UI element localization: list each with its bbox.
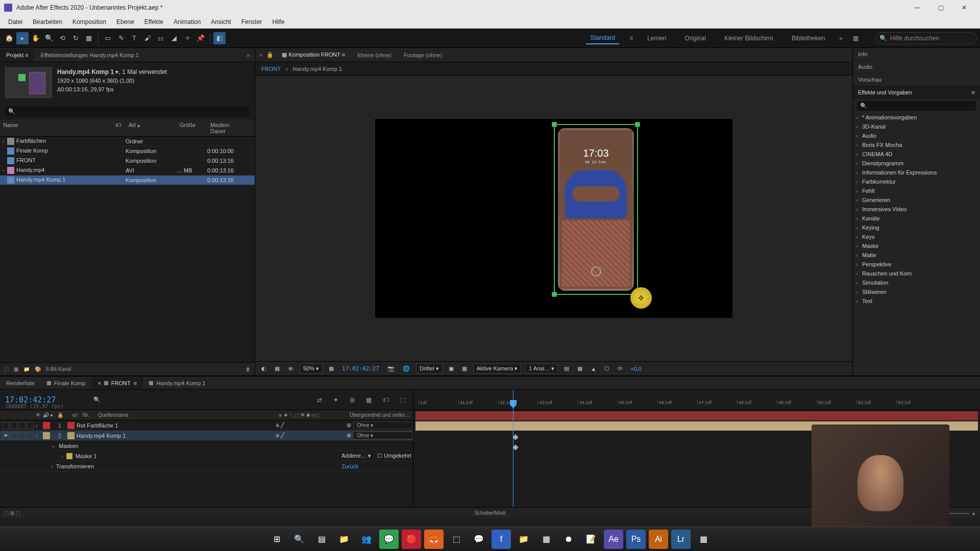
comp-tab-composition[interactable]: ▦ Komposition FRONT ≡ [278,49,349,60]
menu-bearbeiten[interactable]: Bearbeiten [28,16,67,28]
vf-icon-3[interactable]: ▲ [589,365,598,373]
workspace-kleiner[interactable]: Kleiner Bildschirm [720,33,777,44]
effects-category[interactable]: Audio [853,131,980,140]
menu-hilfe[interactable]: Hilfe [267,16,289,28]
vf-refresh-icon[interactable]: ⟳ [616,364,624,373]
mask-toggle-icon[interactable]: 👁 [286,365,296,373]
effects-category[interactable]: Keys [853,232,980,241]
workspace-bibliotheken[interactable]: Bibliotheken [788,33,829,44]
composition-viewport[interactable]: 17:03 Mi. 16. Feb. ✥ [255,76,852,361]
viewer-timecode[interactable]: 17:02:42:27 [340,364,381,373]
zoom-in-icon[interactable]: ▴ [972,510,975,516]
resolution-dropdown[interactable]: Drittel ▾ [416,364,443,373]
transparency-grid-icon[interactable]: ▦ [460,364,469,373]
comp-tab-footage[interactable]: Footage (ohne) [400,50,446,60]
effects-category[interactable]: CINEMA 4D [853,149,980,159]
zoom-dropdown[interactable]: 50% ▾ [300,364,323,373]
taskbar-ai-icon[interactable]: Ai [649,530,668,549]
panel-info[interactable]: Info [853,48,980,61]
timeline-timecode[interactable]: 17:02:42:27 [5,395,56,405]
taskbar-notes-icon[interactable]: 📝 [581,530,601,549]
tl-icon-6[interactable]: ⬚ [398,395,408,405]
grid-icon[interactable]: ▦ [327,364,336,373]
taskbar-br-icon[interactable]: ▦ [694,530,713,549]
taskbar-app1-icon[interactable]: ⬚ [447,530,466,549]
roto-tool[interactable]: ✧ [181,32,193,44]
tlh-eye-icon[interactable]: 👁 [36,412,43,418]
timeline-tab-front[interactable]: × FRONT ≡ [91,378,143,389]
col-header-tag[interactable]: 🏷 [112,120,126,136]
col-header-size[interactable]: Größe [177,120,207,136]
keyframe-marker-2[interactable] [512,444,518,450]
timeline-tab-handy[interactable]: Handy.mp4 Komp 1 [143,378,211,389]
minimize-button[interactable]: — [905,0,929,15]
menu-datei[interactable]: Datei [3,16,28,28]
selection-tool[interactable]: ▸ [16,32,29,44]
menu-ebene[interactable]: Ebene [111,16,139,28]
col-header-name[interactable]: Name [0,120,112,136]
effects-category[interactable]: Maske [853,241,980,251]
workspace-menu-icon[interactable]: ≡ [629,35,633,42]
snap-toggle[interactable]: ◧ [213,32,226,44]
tlf-icon-1[interactable]: ⬚ ⊞ ⬚ [4,510,20,516]
menu-fenster[interactable]: Fenster [236,16,267,28]
switches-modes-toggle[interactable]: Schalter/Modi [474,510,505,516]
comp-tab-layer[interactable]: Ebene (ohne) [353,50,396,60]
camera-tool[interactable]: ▦ [83,32,95,44]
effects-category[interactable]: Rauschen und Korn [853,269,980,278]
tl-icon-1[interactable]: ⇄ [315,395,324,405]
vf-icon-2[interactable]: ▦ [575,364,584,373]
channel-toggle-icon[interactable]: ▦ [273,364,282,373]
timeline-tab-finale[interactable]: Finale Komp [41,378,92,389]
panel-audio[interactable]: Audio [853,61,980,73]
timeline-search-icon[interactable]: 🔍 [93,396,101,403]
mask-bounding-box[interactable]: 17:03 Mi. 16. Feb. [554,124,638,295]
menu-komposition[interactable]: Komposition [67,16,111,28]
roi-icon[interactable]: ▣ [447,364,456,373]
help-search-input[interactable]: 🔍 Hilfe durchsuchen [875,32,977,44]
brush-tool[interactable]: 🖌 [141,32,154,44]
taskbar-lr-icon[interactable]: Lr [671,530,691,549]
interpret-footage-icon[interactable]: ⬚ [4,366,9,372]
taskbar-folder-icon[interactable]: 📁 [514,530,533,549]
taskbar-explorer-icon[interactable]: 📁 [334,530,354,549]
effects-category[interactable]: Farbkorrektur [853,177,980,186]
camera-dropdown[interactable]: Aktive Kamera ▾ [473,364,522,373]
project-item[interactable]: ›FarbflächenOrdner [0,137,255,146]
col-header-source[interactable]: Quellenname [95,412,275,418]
tab-effect-controls[interactable]: Effekteinstellungen Handy.mp4 Komp 1 [35,49,145,61]
project-item[interactable]: Finale KompKomposition0:00:10:00 [0,146,255,156]
effects-category[interactable]: Dienstprogramm [853,159,980,168]
stamp-tool[interactable]: ⚏ [155,32,167,44]
tab-project[interactable]: Projekt ≡ [0,49,35,61]
effects-category[interactable]: Perspektive [853,260,980,269]
menu-effekte[interactable]: Effekte [139,16,168,28]
trash-icon[interactable]: 🗑 [246,366,251,372]
tl-icon-4[interactable]: ▦ [364,395,374,405]
puppet-tool[interactable]: 📌 [194,32,207,44]
timeline-layer-row[interactable]: 👁›2Handy.mp4 Komp 1⚹╱⊚Ohne ▾ [0,431,413,441]
taskbar-app2-icon[interactable]: ▦ [536,530,556,549]
depth-label[interactable]: 8-Bit-Kanal [46,366,71,372]
alpha-toggle-icon[interactable]: ◐ [259,364,268,373]
effects-category[interactable]: Stilisieren [853,287,980,296]
menu-ansicht[interactable]: Ansicht [206,16,236,28]
zoom-tool[interactable]: 🔍 [43,32,55,44]
taskbar-teams-icon[interactable]: 👥 [357,530,376,549]
mask-handle-tr[interactable] [635,122,640,127]
track-layer-1[interactable] [415,411,978,420]
adjust-icon[interactable]: 🎨 [35,366,41,372]
effects-category[interactable]: Fehlt [853,186,980,195]
project-item[interactable]: FRONTKomposition0:00:13:16 [0,156,255,166]
panel-overflow-icon[interactable]: » [241,49,255,61]
project-item[interactable]: ›Handy.mp4AVI… MB0:00:13:16 [0,166,255,176]
eraser-tool[interactable]: ◢ [168,32,180,44]
project-item[interactable]: Handy.mp4 Komp 1Komposition0:00:13:16 [0,176,255,185]
taskbar-ae-icon[interactable]: Ae [604,530,623,549]
new-comp-icon[interactable]: ▦ [14,366,18,372]
effects-category[interactable]: Text [853,296,980,306]
taskbar-search-icon[interactable]: 🔍 [289,530,309,549]
col-header-dur[interactable]: Medien-Dauer [207,120,248,136]
taskbar-ps-icon[interactable]: Ps [626,530,646,549]
timeline-ruler[interactable]: 14f41:14f42:14f43:14f44:14f45:14f46:14f4… [413,390,980,410]
